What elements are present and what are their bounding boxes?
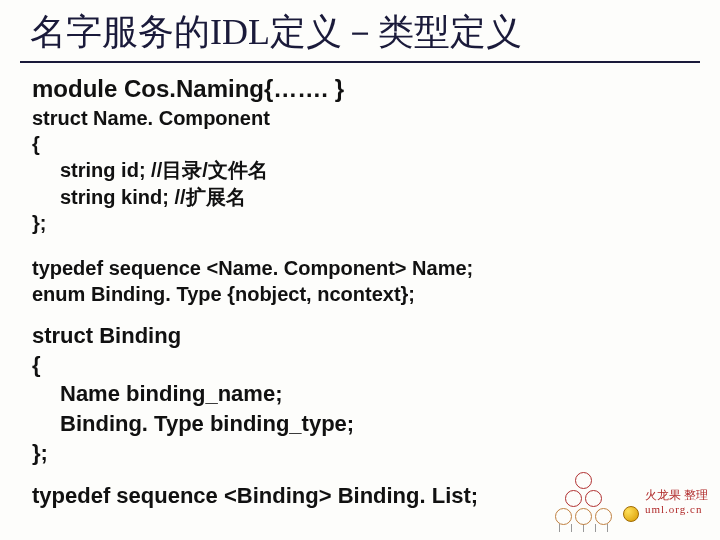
code-line-open2: { [32,350,720,379]
code-line-struct-b: struct Binding [32,321,720,350]
code-line-typedef-name: typedef sequence <Name. Component> Name; [32,255,720,281]
code-line-btype: Binding. Type binding_type; [32,409,720,438]
code-line-id: string id; //目录/文件名 [32,157,720,183]
code-block: module Cos.Naming{……. } struct Name. Com… [0,73,720,510]
code-line-open1: { [32,131,720,157]
code-line-struct-nc: struct Name. Component [32,105,720,131]
ball-icon [623,506,639,522]
code-line-module: module Cos.Naming{……. } [32,73,720,105]
code-line-bname: Name binding_name; [32,379,720,408]
code-line-enum-bt: enum Binding. Type {nobject, ncontext}; [32,281,720,307]
footer-text: 火龙果 整理 uml.org.cn [645,488,708,516]
footer-url: uml.org.cn [645,503,702,516]
code-line-kind: string kind; //扩展名 [32,184,720,210]
footer: 火龙果 整理 uml.org.cn [553,472,708,532]
title-underline [20,61,700,63]
slide-title: 名字服务的IDL定义－类型定义 [0,0,720,61]
logo-icon [553,472,613,532]
code-line-close2: }; [32,438,720,467]
footer-brand: 火龙果 整理 [645,488,708,502]
code-line-close1: }; [32,210,720,236]
